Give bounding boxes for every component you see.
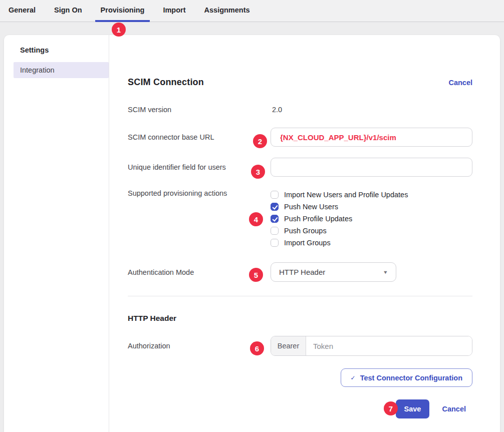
unique-identifier-input[interactable] (271, 158, 472, 177)
sidebar-heading: Settings (4, 46, 109, 54)
scim-version-label: SCIM version (128, 106, 271, 114)
checkbox-import-new-users-profile-updates[interactable]: Import New Users and Profile Updates (271, 189, 472, 201)
checkbox-icon (271, 239, 279, 247)
authorization-input-group: Bearer (271, 336, 472, 356)
tab-provisioning[interactable]: Provisioning (95, 0, 150, 22)
annotation-badge-6: 6 (250, 341, 264, 355)
test-connector-configuration-button[interactable]: ✓ Test Connector Configuration (341, 368, 472, 387)
tab-general[interactable]: General (3, 0, 41, 22)
tab-assignments[interactable]: Assignments (199, 0, 256, 22)
authorization-label: Authorization (128, 342, 271, 350)
bearer-prefix: Bearer (271, 336, 306, 355)
tab-import[interactable]: Import (157, 0, 191, 22)
authentication-mode-value: HTTP Header (279, 268, 325, 276)
annotation-badge-4: 4 (249, 212, 263, 226)
scim-connection-form: SCIM Connection Cancel SCIM version 2.0 … (109, 35, 500, 432)
checkbox-icon (271, 191, 279, 199)
annotation-badge-7: 7 (384, 401, 398, 415)
provisioning-card: Settings Integration SCIM Connection Can… (4, 35, 500, 432)
sidebar-item-integration[interactable]: Integration (14, 62, 109, 78)
checkbox-push-groups[interactable]: Push Groups (271, 225, 472, 237)
http-header-section-heading: HTTP Header (128, 314, 472, 323)
unique-identifier-label: Unique identifier field for users (128, 163, 271, 171)
annotation-badge-3: 3 (251, 165, 265, 179)
footer-cancel-link[interactable]: Cancel (442, 405, 466, 413)
provisioning-actions-list: Import New Users and Profile Updates Pus… (271, 188, 472, 249)
annotation-badge-5: 5 (249, 268, 263, 282)
section-divider (128, 296, 472, 296)
checkbox-icon (271, 215, 279, 223)
checkbox-icon (271, 227, 279, 235)
page-title: SCIM Connection (128, 77, 204, 88)
base-url-label: SCIM connector base URL (128, 133, 271, 141)
provisioning-actions-label: Supported provisioning actions (128, 188, 271, 197)
save-button[interactable]: Save (396, 399, 430, 418)
check-icon: ✓ (351, 374, 356, 381)
scim-version-value: 2.0 (271, 106, 472, 114)
header-cancel-link[interactable]: Cancel (448, 79, 472, 87)
checkbox-icon (271, 203, 279, 211)
authentication-mode-select[interactable]: HTTP Header ▼ (271, 262, 396, 282)
checkbox-import-groups[interactable]: Import Groups (271, 237, 472, 249)
token-input[interactable] (306, 336, 472, 355)
settings-sidebar: Settings Integration (4, 35, 109, 432)
app-tabbar: General Sign On Provisioning Import Assi… (0, 0, 504, 22)
annotation-badge-2: 2 (253, 134, 267, 148)
tab-sign-on[interactable]: Sign On (49, 0, 88, 22)
annotation-badge-1: 1 (112, 23, 126, 37)
checkbox-push-profile-updates[interactable]: Push Profile Updates (271, 213, 472, 225)
checkbox-push-new-users[interactable]: Push New Users (271, 201, 472, 213)
base-url-input[interactable] (271, 128, 472, 147)
chevron-down-icon: ▼ (383, 270, 388, 275)
